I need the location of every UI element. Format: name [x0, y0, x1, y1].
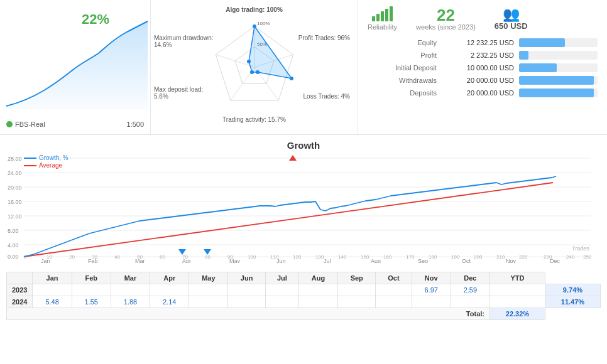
table-data-cell — [489, 296, 545, 308]
usd-stat: 👥 650 USD — [495, 8, 528, 31]
table-header-cell: Dec — [451, 272, 489, 284]
weeks-stat: 22 weeks (since 2023) — [416, 7, 476, 31]
table-header-cell: Jul — [265, 272, 298, 284]
algo-trading-label: Algo trading: 100% — [226, 6, 283, 13]
table-data-cell — [412, 296, 451, 308]
broker-dot — [6, 121, 13, 127]
svg-text:120: 120 — [293, 254, 302, 260]
svg-text:230: 230 — [544, 254, 552, 260]
stat-label: Profit — [368, 51, 437, 59]
svg-text:220: 220 — [519, 254, 528, 260]
stat-value: 20 000.00 USD — [442, 77, 514, 84]
svg-text:Sep: Sep — [418, 258, 428, 263]
table-data-cell: 9.74% — [545, 284, 600, 296]
table-data-cell — [228, 284, 265, 296]
table-data-cell — [376, 296, 412, 308]
svg-text:250: 250 — [583, 254, 592, 260]
svg-text:40: 40 — [114, 254, 120, 260]
growth-section: Growth Growth, % Average 28.00 24.00 20.… — [0, 135, 607, 320]
svg-line-73 — [24, 183, 553, 257]
table-data-cell: 1.88 — [111, 296, 150, 308]
table-data-cell — [150, 284, 189, 296]
bar1 — [372, 16, 375, 21]
stat-value: 2 232.25 USD — [442, 51, 514, 59]
table-data-cell — [298, 296, 337, 308]
table-header-cell: Apr — [150, 272, 189, 284]
weeks-number: 22 — [437, 7, 455, 23]
stat-label: Equity — [368, 39, 437, 46]
bar2 — [376, 14, 380, 21]
reliability-stat: Reliability — [368, 6, 397, 31]
svg-text:110: 110 — [270, 254, 279, 260]
svg-text:20.00: 20.00 — [8, 185, 22, 191]
stats-rows: Equity 12 232.25 USD Profit 2 232.25 USD… — [368, 38, 598, 97]
table-data-cell — [189, 284, 228, 296]
table-header-cell: Oct — [376, 272, 412, 284]
stat-row: Initial Deposit 10 000.00 USD — [368, 63, 598, 72]
stats-top: Reliability 22 weeks (since 2023) 👥 650 … — [368, 6, 598, 31]
leverage-label: 1:500 — [126, 120, 144, 128]
svg-text:30: 30 — [92, 254, 97, 260]
table-data-cell — [111, 284, 150, 296]
table-data-cell — [338, 296, 376, 308]
table-header-cell: YTD — [489, 272, 545, 284]
table-data-cell — [376, 284, 412, 296]
svg-marker-70 — [289, 155, 297, 161]
svg-text:12.00: 12.00 — [8, 213, 22, 220]
svg-text:170: 170 — [406, 254, 415, 260]
total-label: Total: — [7, 308, 490, 320]
svg-text:Aug: Aug — [371, 258, 381, 263]
average-legend-item: Average — [24, 162, 68, 169]
svg-text:180: 180 — [429, 254, 437, 260]
usd-icon: 👥 — [503, 8, 520, 21]
table-header-row: JanFebMarAprMayJunJulAugSepOctNovDecYTD — [7, 272, 601, 284]
year-cell: 2023 — [7, 284, 33, 296]
svg-text:200: 200 — [474, 254, 483, 260]
table-data-cell: 1.55 — [72, 296, 111, 308]
equity-panel: 22% FBS-Real 1:500 — [0, 0, 151, 134]
broker-label: FBS-Real — [6, 120, 45, 128]
svg-text:0.00: 0.00 — [8, 254, 19, 260]
svg-text:10: 10 — [46, 254, 52, 260]
stats-panel: Reliability 22 weeks (since 2023) 👥 650 … — [358, 0, 607, 134]
growth-title: Growth — [6, 140, 601, 151]
table-data-cell — [338, 284, 376, 296]
svg-text:60: 60 — [160, 254, 165, 260]
stat-bar-fill — [519, 76, 594, 85]
max-drawdown-label: Maximum drawdown: 14.6% — [154, 35, 213, 48]
stat-value: 20 000.00 USD — [442, 89, 514, 97]
table-data-cell — [489, 284, 545, 296]
svg-text:8.00: 8.00 — [8, 228, 19, 234]
svg-text:24.00: 24.00 — [8, 170, 22, 176]
svg-text:150: 150 — [361, 254, 369, 260]
svg-text:50: 50 — [137, 254, 143, 260]
total-value: 22.32% — [489, 308, 545, 320]
table-header-cell: Mar — [111, 272, 150, 284]
svg-text:160: 160 — [383, 254, 392, 260]
table-data-cell — [265, 284, 298, 296]
table-data-cell — [72, 284, 111, 296]
table-data-cell: 11.47% — [545, 296, 600, 308]
loss-trades-label: Loss Trades: 4% — [304, 93, 350, 100]
svg-point-12 — [256, 70, 260, 74]
table-row: 20236.972.599.74% — [7, 284, 601, 296]
table-header-cell: Feb — [72, 272, 111, 284]
svg-text:100: 100 — [248, 254, 256, 260]
svg-text:90: 90 — [227, 254, 233, 260]
stat-bar-wrap — [519, 76, 598, 85]
table-data-cell: 2.14 — [150, 296, 189, 308]
svg-point-13 — [250, 70, 254, 74]
reliability-bars — [372, 6, 393, 21]
growth-legend-label: Growth, % — [39, 154, 68, 161]
reliability-label: Reliability — [368, 23, 397, 31]
stat-row: Profit 2 232.25 USD — [368, 51, 598, 60]
svg-text:Oct: Oct — [462, 258, 471, 263]
table-data-cell — [265, 296, 298, 308]
svg-text:4.00: 4.00 — [8, 242, 19, 249]
stat-bar-wrap — [519, 63, 598, 72]
usd-amount: 650 USD — [495, 21, 528, 31]
stat-bar-wrap — [519, 51, 598, 60]
table-header-cell: Nov — [412, 272, 451, 284]
svg-text:80: 80 — [205, 254, 211, 260]
stat-bar-wrap — [519, 38, 598, 47]
